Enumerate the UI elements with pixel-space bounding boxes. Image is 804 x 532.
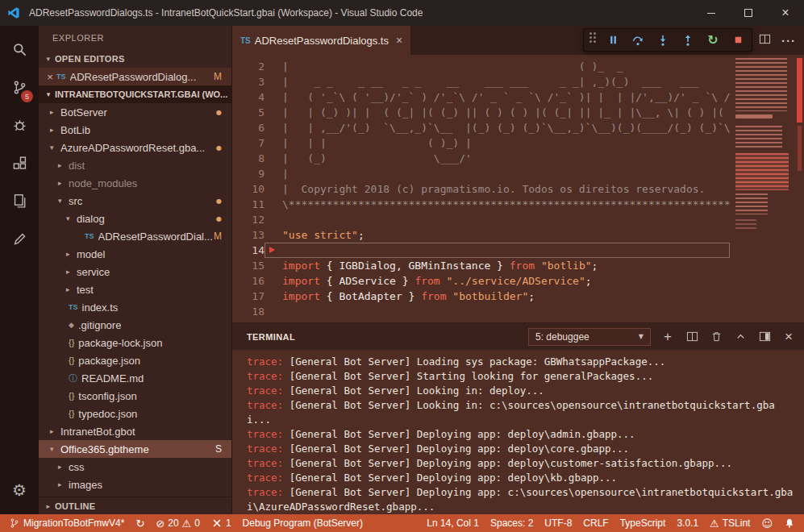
terminal-selector[interactable]: 5: debuggee ▼	[528, 328, 651, 346]
tree-item-tsconfig-json[interactable]: {}tsconfig.json	[39, 387, 231, 405]
open-editor-item-adresetpassworddialog[interactable]: ×TSADResetPasswordDialog...M	[39, 68, 231, 85]
status-cursor-position[interactable]: Ln 14, Col 1	[421, 514, 485, 532]
outline-header[interactable]: ▸ OUTLINE	[39, 497, 231, 514]
step-over-button[interactable]	[630, 32, 646, 48]
code-editor[interactable]: 2| ( )_ _ |3| _ _ _ __ _ _ __ ___ ___ _ …	[232, 55, 804, 322]
tree-item-gitignore[interactable]: ◆.gitignore	[39, 316, 231, 334]
status-tasks[interactable]: 1	[206, 514, 237, 532]
new-terminal-icon[interactable]: +	[660, 330, 675, 344]
close-panel-icon[interactable]: ×	[781, 330, 796, 344]
scrollbar-thumb[interactable]	[797, 58, 802, 123]
tree-item-node-modules[interactable]: ▸node_modules	[39, 174, 231, 192]
status-git-branch[interactable]: MigrationToBotFmwV4*	[3, 514, 130, 532]
split-terminal-icon[interactable]	[685, 330, 699, 344]
open-editors-header[interactable]: ▾ OPEN EDITORS	[39, 50, 231, 68]
smiley-icon: ☺	[761, 517, 773, 530]
toggle-panel-icon[interactable]	[757, 330, 772, 344]
status-debug-status[interactable]: Debug Program (BotServer)	[237, 514, 369, 532]
chevron-right-icon[interactable]: ▸	[50, 126, 60, 134]
chevron-right-icon[interactable]: ▸	[58, 161, 69, 169]
chevron-right-icon[interactable]: ▸	[66, 250, 77, 258]
tree-item-intranetbot-gbot[interactable]: ▸IntranetBot.gbot	[39, 422, 231, 440]
step-into-button[interactable]	[655, 32, 671, 48]
status-encoding[interactable]: UTF-8	[539, 514, 577, 532]
tree-item-office365-gbtheme[interactable]: ▾Office365.gbthemeS	[39, 440, 231, 458]
tree-item-package-json[interactable]: {}package.json	[39, 351, 231, 369]
chevron-right-icon[interactable]: ▸	[66, 268, 77, 276]
split-editor-icon[interactable]	[759, 33, 771, 48]
activity-debug-icon[interactable]	[0, 106, 39, 144]
tree-item-label: src	[69, 195, 82, 207]
source-control-badge: 5	[21, 90, 33, 102]
chevron-right-icon[interactable]: ▸	[66, 285, 77, 293]
close-button[interactable]: ×	[767, 0, 804, 26]
tree-item-typedoc-json[interactable]: {}typedoc.json	[39, 405, 231, 422]
status-problems[interactable]: ⊘20⚠0	[150, 514, 206, 532]
settings-gear-icon[interactable]: ⚙	[0, 474, 39, 506]
chevron-right-icon[interactable]: ▸	[58, 179, 69, 187]
tree-item-index-ts[interactable]: TSindex.ts	[39, 298, 231, 316]
activity-source-control-icon[interactable]: 5	[0, 69, 39, 106]
chevron-down-icon[interactable]: ▾	[66, 214, 77, 222]
code-line-text: | | | ( )_) | |	[265, 135, 730, 151]
more-actions-icon[interactable]: ···	[781, 34, 796, 48]
status-indentation[interactable]: Spaces: 2	[485, 514, 539, 532]
modified-marker	[798, 126, 802, 171]
chevron-right-icon[interactable]: ▸	[50, 108, 60, 116]
workspace-header[interactable]: ▾ INTRANETBOTQUICKSTART.GBAI (WO...	[39, 85, 231, 103]
stop-button[interactable]	[730, 32, 746, 48]
status-feedback[interactable]: ☺	[756, 514, 778, 532]
status-language-mode[interactable]: TypeScript	[614, 514, 672, 532]
tab-adresetpassworddialogs[interactable]: TS ADResetPasswordDialogs.ts ×	[232, 26, 410, 55]
step-out-button[interactable]	[680, 32, 696, 48]
chevron-right-icon[interactable]: ▸	[58, 463, 69, 471]
restart-button[interactable]: ↻	[705, 32, 721, 48]
tree-item-botlib[interactable]: ▸BotLib	[39, 121, 231, 139]
chevron-down-icon[interactable]: ▾	[50, 143, 60, 152]
activity-edit-icon[interactable]	[0, 220, 39, 258]
drag-handle-icon[interactable]	[589, 32, 596, 48]
chevron-down-icon[interactable]: ▾	[50, 445, 60, 453]
chevron-right-icon[interactable]: ▸	[58, 480, 69, 488]
tree-item-label: Office365.gbtheme	[60, 443, 149, 455]
activity-explorer-icon[interactable]	[0, 182, 39, 220]
tree-item-src[interactable]: ▾src●	[39, 192, 231, 210]
terminal-output[interactable]: trace: [General Bot Server] Loading sys …	[232, 350, 804, 514]
status-version[interactable]: 3.0.1	[671, 514, 704, 532]
activity-search-icon[interactable]	[0, 31, 39, 69]
pause-button[interactable]	[605, 32, 621, 48]
kill-terminal-trash-icon[interactable]	[709, 330, 723, 344]
tab-close-icon[interactable]: ×	[396, 34, 402, 47]
chevron-down-icon[interactable]: ▾	[58, 197, 69, 205]
tree-item-dist[interactable]: ▸dist	[39, 156, 231, 174]
tree-item-model[interactable]: ▸model	[39, 245, 231, 263]
maximize-panel-chevron-icon[interactable]	[733, 330, 748, 344]
tree-item-botserver[interactable]: ▸BotServer●	[39, 103, 231, 121]
tree-item-adresetpassworddial[interactable]: TSADResetPasswordDial...M	[39, 227, 231, 245]
tree-item-readme-md[interactable]: ⓘREADME.md	[39, 369, 231, 387]
terminal-line: trace: [General Bot Server] Loading sys …	[247, 355, 798, 369]
status-sync[interactable]: ↻	[130, 514, 150, 532]
code-line-text: | ( )_ _ |	[265, 59, 730, 74]
tree-item-service[interactable]: ▸service	[39, 263, 231, 281]
status-tslint[interactable]: ⚠TSLint	[704, 514, 756, 532]
status-notifications[interactable]	[778, 514, 801, 532]
code-line-text: | | ,__/'(_) `\__,_)`\__ |(_) (_) (_)`\_…	[265, 120, 730, 135]
tree-item-package-lock-json[interactable]: {}package-lock.json	[39, 334, 231, 351]
close-editor-icon[interactable]: ×	[44, 71, 56, 83]
terminal-tab[interactable]: TERMINAL	[247, 332, 295, 342]
chevron-right-icon[interactable]: ▸	[50, 427, 60, 435]
tree-item-azureadpasswordreset-gba[interactable]: ▾AzureADPasswordReset.gba...●	[39, 139, 231, 156]
activity-extensions-icon[interactable]	[0, 144, 39, 182]
tree-item-images[interactable]: ▸images	[39, 476, 231, 493]
maximize-button[interactable]	[730, 0, 767, 26]
tab-label: ADResetPasswordDialogs.ts	[255, 35, 389, 47]
terminal-line: trace: [General Bot Server] Deploying ap…	[247, 485, 798, 514]
tree-item-test[interactable]: ▸test	[39, 281, 231, 298]
minimize-button[interactable]	[693, 0, 730, 26]
tree-item-dialog[interactable]: ▾dialog●	[39, 210, 231, 227]
status-eol[interactable]: CRLF	[577, 514, 614, 532]
minimap[interactable]	[733, 55, 793, 322]
window-controls: ×	[693, 0, 804, 26]
tree-item-css[interactable]: ▸css	[39, 458, 231, 476]
